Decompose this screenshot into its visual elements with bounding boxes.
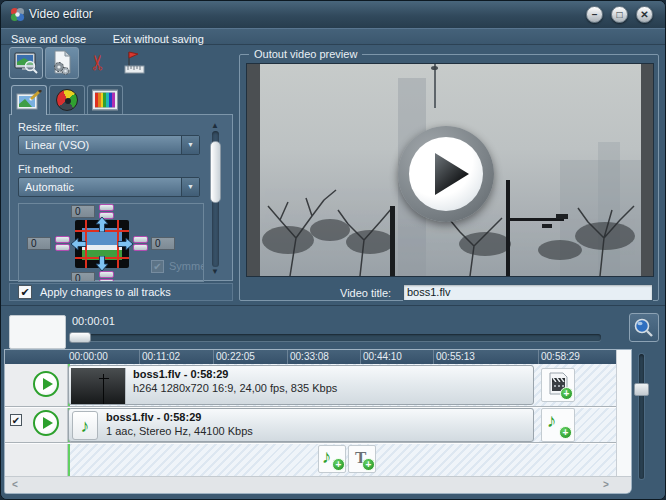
symmetric-label: Symmetric: [169, 260, 204, 272]
scroll-up-icon[interactable]: ▲: [211, 121, 219, 130]
timeline-monitor-box: [9, 315, 66, 349]
audio-track-clip[interactable]: ♪ boss1.flv - 0:58:29 1 aac, Stereo Hz, …: [68, 408, 534, 442]
crop-top-field[interactable]: 0: [71, 205, 95, 218]
panel-scrollbar[interactable]: ▲ ▼: [209, 123, 222, 275]
crop-right-stepper[interactable]: [133, 236, 148, 251]
cut-tool-button[interactable]: ✂: [81, 47, 115, 79]
audio-track-play-button[interactable]: [33, 410, 59, 436]
minimize-button[interactable]: –: [586, 6, 603, 23]
symmetric-checkbox[interactable]: ✔: [151, 260, 164, 273]
preview-group: Video title: boss1.flv: [239, 54, 659, 301]
scroll-left-icon[interactable]: <: [12, 479, 18, 490]
app-icon: [10, 7, 25, 22]
crop-right-field[interactable]: 0: [151, 237, 175, 250]
mux-settings-tool-button[interactable]: [45, 47, 79, 79]
video-editor-window: Video editor – □ ✕ Save and close Exit w…: [0, 0, 666, 500]
preview-group-title: Outout video preview: [249, 48, 362, 60]
ruler-tick: 00:11:02: [142, 351, 180, 362]
video-track-play-button[interactable]: [33, 371, 59, 397]
timeline-section: 00:00:01 00:00:00 00:11:02 00:22:05 00:3…: [1, 305, 666, 500]
video-title-label: Video title:: [340, 287, 398, 299]
crop-left-field[interactable]: 0: [27, 237, 51, 250]
timeline-zoom-button[interactable]: [629, 313, 659, 342]
menu-bar: Save and close Exit without saving: [1, 28, 666, 45]
timeline-zoom-slider[interactable]: [639, 354, 644, 479]
video-title-input[interactable]: boss1.flv: [403, 284, 653, 301]
magnifier-icon: [633, 317, 655, 339]
audio-clip-info: 1 aac, Stereo Hz, 44100 Kbps: [106, 425, 253, 437]
arrow-up-icon: [95, 217, 109, 232]
menu-exit-without-saving[interactable]: Exit without saving: [103, 32, 216, 45]
audio-clip-title: boss1.flv - 0:58:29: [106, 411, 201, 423]
scroll-right-icon[interactable]: >: [603, 479, 609, 490]
playhead-position: 00:00:01: [72, 315, 115, 327]
gauge-icon: [56, 89, 78, 111]
fit-method-label: Fit method:: [18, 163, 73, 175]
ruler-tick: 00:55:13: [436, 351, 475, 362]
play-button-inner: [409, 137, 483, 211]
tracks-panel: 00:00:00 00:11:02 00:22:05 00:33:08 00:4…: [5, 350, 631, 493]
play-button[interactable]: [398, 126, 494, 222]
play-icon: [435, 153, 469, 195]
ruler-tick: 00:33:08: [290, 351, 329, 362]
plus-icon: +: [332, 458, 345, 471]
chevron-down-icon: ▼: [181, 178, 199, 196]
crop-bottom-stepper[interactable]: [99, 271, 114, 282]
video-frame: [246, 63, 654, 277]
chevron-down-icon: ▼: [181, 136, 199, 154]
resize-filter-label: Resize filter:: [18, 121, 79, 133]
image-edit-icon: [16, 90, 42, 112]
tracks-vertical-scrollbar[interactable]: [616, 350, 631, 476]
video-track-clip[interactable]: boss1.flv - 0:58:29 h264 1280x720 16:9, …: [68, 365, 534, 405]
markers-tool-button[interactable]: [117, 47, 151, 79]
scissors-icon: ✂: [86, 54, 110, 72]
resize-filter-select[interactable]: Linear (VSO) ▼: [18, 135, 200, 155]
apply-bar: ✔ Apply changes to all tracks: [9, 283, 233, 301]
window-title: Video editor: [29, 7, 93, 21]
add-audio-button[interactable]: ♪ +: [541, 408, 575, 442]
ruler-tick: 00:22:05: [216, 351, 255, 362]
add-text-track-button[interactable]: T +: [348, 445, 376, 473]
crop-bottom-field[interactable]: 0: [71, 272, 95, 282]
video-clip-title: boss1.flv - 0:58:29: [133, 368, 228, 380]
crop-left-stepper[interactable]: [55, 236, 70, 251]
arrow-down-icon: [95, 256, 109, 271]
plus-icon: +: [560, 387, 573, 400]
plus-icon: +: [559, 426, 572, 439]
horizontal-scrollbar[interactable]: < >: [5, 476, 631, 493]
add-audio-track-button[interactable]: ♪ +: [318, 445, 346, 473]
timeline-zoom-slider-thumb[interactable]: [634, 383, 649, 396]
monitor-zoom-icon: [13, 51, 39, 75]
apply-all-checkbox[interactable]: ✔: [18, 285, 32, 299]
music-note-icon: ♪: [322, 446, 332, 468]
tab-adjust[interactable]: [49, 85, 85, 114]
seek-slider-thumb[interactable]: [69, 332, 91, 343]
crop-preview[interactable]: [75, 220, 129, 268]
video-clip-info: h264 1280x720 16:9, 24,00 fps, 835 Kbps: [133, 382, 337, 394]
music-note-icon: ♪: [72, 411, 98, 440]
add-video-button[interactable]: +: [541, 368, 575, 402]
preview-tool-button[interactable]: [9, 47, 43, 79]
fit-method-select[interactable]: Automatic ▼: [18, 177, 200, 197]
tab-color[interactable]: [87, 85, 123, 114]
color-bars-icon: [93, 91, 117, 110]
title-bar: Video editor – □ ✕: [1, 1, 666, 28]
audio-track-checkbox[interactable]: ✔: [10, 414, 22, 426]
video-clip-thumbnail: [71, 368, 126, 404]
apply-all-label: Apply changes to all tracks: [40, 286, 171, 298]
ruler-tick: 00:00:00: [69, 351, 108, 362]
close-button[interactable]: ✕: [636, 6, 653, 23]
tab-resize[interactable]: [11, 85, 47, 115]
timeline-ruler[interactable]: 00:00:00 00:11:02 00:22:05 00:33:08 00:4…: [5, 350, 631, 364]
video-preview-image: [260, 64, 641, 276]
maximize-button[interactable]: □: [611, 6, 628, 23]
resize-settings-panel: Resize filter: Linear (VSO) ▼ Fit method…: [9, 114, 233, 281]
music-note-icon: ♪: [547, 410, 557, 432]
plus-icon: +: [362, 458, 375, 471]
menu-save-and-close[interactable]: Save and close: [1, 32, 98, 45]
seek-slider[interactable]: [69, 334, 601, 341]
arrow-left-icon: [71, 237, 86, 251]
ruler-tick: 00:44:10: [363, 351, 402, 362]
panel-scrollbar-thumb[interactable]: [210, 141, 221, 203]
scroll-down-icon[interactable]: ▼: [211, 267, 219, 276]
